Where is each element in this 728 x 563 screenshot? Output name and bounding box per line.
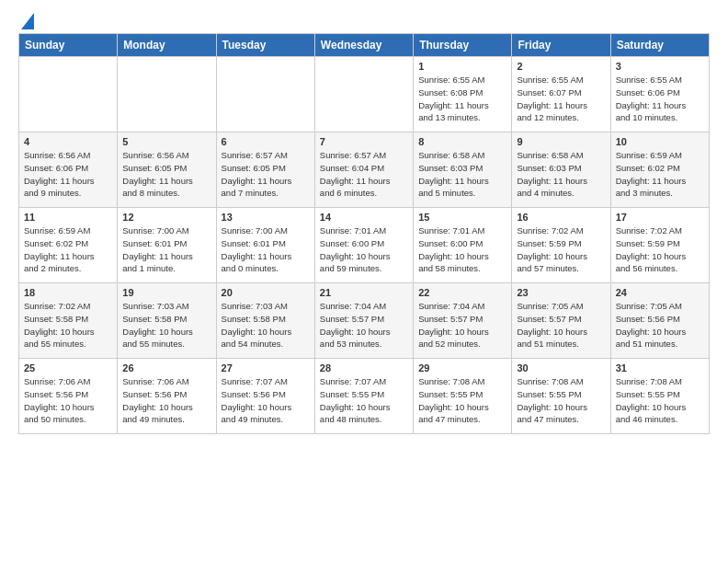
day-cell-29: 29Sunrise: 7:08 AMSunset: 5:55 PMDayligh… bbox=[414, 359, 512, 434]
day-info: Sunrise: 7:00 AMSunset: 6:01 PMDaylight:… bbox=[222, 224, 310, 275]
day-number: 10 bbox=[616, 136, 704, 147]
day-number: 18 bbox=[24, 287, 112, 298]
day-cell-10: 10Sunrise: 6:59 AMSunset: 6:02 PMDayligh… bbox=[610, 132, 709, 208]
day-number: 13 bbox=[222, 212, 310, 223]
logo bbox=[18, 11, 34, 29]
day-cell-19: 19Sunrise: 7:03 AMSunset: 5:58 PMDayligh… bbox=[118, 283, 216, 359]
weekday-thursday: Thursday bbox=[414, 34, 512, 57]
week-row-3: 11Sunrise: 6:59 AMSunset: 6:02 PMDayligh… bbox=[19, 208, 710, 283]
day-cell-4: 4Sunrise: 6:56 AMSunset: 6:06 PMDaylight… bbox=[19, 132, 118, 208]
weekday-sunday: Sunday bbox=[19, 34, 118, 57]
weekday-monday: Monday bbox=[118, 34, 216, 57]
day-info: Sunrise: 6:56 AMSunset: 6:06 PMDaylight:… bbox=[24, 149, 112, 200]
week-row-5: 25Sunrise: 7:06 AMSunset: 5:56 PMDayligh… bbox=[19, 359, 710, 434]
day-info: Sunrise: 7:04 AMSunset: 5:57 PMDaylight:… bbox=[418, 300, 506, 350]
day-cell-8: 8Sunrise: 6:58 AMSunset: 6:03 PMDaylight… bbox=[414, 132, 512, 208]
weekday-saturday: Saturday bbox=[610, 34, 709, 57]
day-info: Sunrise: 6:59 AMSunset: 6:02 PMDaylight:… bbox=[616, 149, 704, 200]
day-number: 1 bbox=[418, 61, 506, 72]
day-cell-2: 2Sunrise: 6:55 AMSunset: 6:07 PMDaylight… bbox=[512, 57, 610, 132]
day-number: 26 bbox=[122, 362, 210, 373]
day-info: Sunrise: 6:55 AMSunset: 6:07 PMDaylight:… bbox=[517, 74, 605, 124]
day-info: Sunrise: 6:59 AMSunset: 6:02 PMDaylight:… bbox=[24, 224, 112, 275]
day-info: Sunrise: 6:57 AMSunset: 6:04 PMDaylight:… bbox=[320, 149, 408, 200]
day-info: Sunrise: 7:08 AMSunset: 5:55 PMDaylight:… bbox=[418, 375, 506, 426]
empty-cell bbox=[314, 57, 413, 132]
day-cell-27: 27Sunrise: 7:07 AMSunset: 5:56 PMDayligh… bbox=[216, 359, 314, 434]
day-cell-6: 6Sunrise: 6:57 AMSunset: 6:05 PMDaylight… bbox=[216, 132, 314, 208]
day-number: 14 bbox=[320, 212, 408, 223]
week-row-4: 18Sunrise: 7:02 AMSunset: 5:58 PMDayligh… bbox=[19, 283, 710, 359]
day-cell-22: 22Sunrise: 7:04 AMSunset: 5:57 PMDayligh… bbox=[414, 283, 512, 359]
day-info: Sunrise: 7:07 AMSunset: 5:56 PMDaylight:… bbox=[222, 375, 310, 426]
day-info: Sunrise: 6:58 AMSunset: 6:03 PMDaylight:… bbox=[517, 149, 605, 200]
day-number: 28 bbox=[320, 362, 408, 373]
day-info: Sunrise: 7:02 AMSunset: 5:59 PMDaylight:… bbox=[517, 224, 605, 275]
day-number: 24 bbox=[616, 287, 704, 298]
day-number: 30 bbox=[517, 362, 605, 373]
day-cell-17: 17Sunrise: 7:02 AMSunset: 5:59 PMDayligh… bbox=[610, 208, 709, 283]
day-info: Sunrise: 7:02 AMSunset: 5:58 PMDaylight:… bbox=[24, 300, 112, 350]
day-info: Sunrise: 7:01 AMSunset: 6:00 PMDaylight:… bbox=[418, 224, 506, 275]
day-number: 23 bbox=[517, 287, 605, 298]
day-number: 9 bbox=[517, 136, 605, 147]
weekday-friday: Friday bbox=[512, 34, 610, 57]
day-cell-21: 21Sunrise: 7:04 AMSunset: 5:57 PMDayligh… bbox=[314, 283, 413, 359]
day-number: 5 bbox=[122, 136, 210, 147]
empty-cell bbox=[118, 57, 216, 132]
page-header bbox=[0, 0, 728, 33]
day-info: Sunrise: 7:06 AMSunset: 5:56 PMDaylight:… bbox=[122, 375, 210, 426]
day-number: 4 bbox=[24, 136, 112, 147]
week-row-1: 1Sunrise: 6:55 AMSunset: 6:08 PMDaylight… bbox=[19, 57, 710, 132]
day-number: 25 bbox=[24, 362, 112, 373]
day-info: Sunrise: 6:58 AMSunset: 6:03 PMDaylight:… bbox=[418, 149, 506, 200]
day-info: Sunrise: 7:07 AMSunset: 5:55 PMDaylight:… bbox=[320, 375, 408, 426]
day-cell-18: 18Sunrise: 7:02 AMSunset: 5:58 PMDayligh… bbox=[19, 283, 118, 359]
week-row-2: 4Sunrise: 6:56 AMSunset: 6:06 PMDaylight… bbox=[19, 132, 710, 208]
day-info: Sunrise: 6:56 AMSunset: 6:05 PMDaylight:… bbox=[122, 149, 210, 200]
day-number: 8 bbox=[418, 136, 506, 147]
logo-triangle-icon bbox=[21, 13, 34, 29]
day-cell-3: 3Sunrise: 6:55 AMSunset: 6:06 PMDaylight… bbox=[610, 57, 709, 132]
empty-cell bbox=[216, 57, 314, 132]
day-cell-25: 25Sunrise: 7:06 AMSunset: 5:56 PMDayligh… bbox=[19, 359, 118, 434]
day-info: Sunrise: 7:05 AMSunset: 5:56 PMDaylight:… bbox=[616, 300, 704, 350]
calendar-container: SundayMondayTuesdayWednesdayThursdayFrid… bbox=[0, 33, 728, 443]
day-cell-20: 20Sunrise: 7:03 AMSunset: 5:58 PMDayligh… bbox=[216, 283, 314, 359]
day-cell-23: 23Sunrise: 7:05 AMSunset: 5:57 PMDayligh… bbox=[512, 283, 610, 359]
day-cell-28: 28Sunrise: 7:07 AMSunset: 5:55 PMDayligh… bbox=[314, 359, 413, 434]
day-cell-30: 30Sunrise: 7:08 AMSunset: 5:55 PMDayligh… bbox=[512, 359, 610, 434]
day-info: Sunrise: 7:00 AMSunset: 6:01 PMDaylight:… bbox=[122, 224, 210, 275]
day-number: 20 bbox=[222, 287, 310, 298]
day-info: Sunrise: 7:01 AMSunset: 6:00 PMDaylight:… bbox=[320, 224, 408, 275]
day-number: 12 bbox=[122, 212, 210, 223]
day-cell-26: 26Sunrise: 7:06 AMSunset: 5:56 PMDayligh… bbox=[118, 359, 216, 434]
day-number: 22 bbox=[418, 287, 506, 298]
day-cell-5: 5Sunrise: 6:56 AMSunset: 6:05 PMDaylight… bbox=[118, 132, 216, 208]
day-number: 3 bbox=[616, 61, 704, 72]
day-info: Sunrise: 7:05 AMSunset: 5:57 PMDaylight:… bbox=[517, 300, 605, 350]
day-cell-1: 1Sunrise: 6:55 AMSunset: 6:08 PMDaylight… bbox=[414, 57, 512, 132]
day-cell-14: 14Sunrise: 7:01 AMSunset: 6:00 PMDayligh… bbox=[314, 208, 413, 283]
day-number: 6 bbox=[222, 136, 310, 147]
day-info: Sunrise: 7:08 AMSunset: 5:55 PMDaylight:… bbox=[517, 375, 605, 426]
day-cell-11: 11Sunrise: 6:59 AMSunset: 6:02 PMDayligh… bbox=[19, 208, 118, 283]
day-info: Sunrise: 7:02 AMSunset: 5:59 PMDaylight:… bbox=[616, 224, 704, 275]
day-number: 21 bbox=[320, 287, 408, 298]
day-cell-16: 16Sunrise: 7:02 AMSunset: 5:59 PMDayligh… bbox=[512, 208, 610, 283]
day-info: Sunrise: 6:55 AMSunset: 6:06 PMDaylight:… bbox=[616, 74, 704, 124]
day-info: Sunrise: 7:03 AMSunset: 5:58 PMDaylight:… bbox=[222, 300, 310, 350]
weekday-wednesday: Wednesday bbox=[314, 34, 413, 57]
day-cell-7: 7Sunrise: 6:57 AMSunset: 6:04 PMDaylight… bbox=[314, 132, 413, 208]
day-info: Sunrise: 7:06 AMSunset: 5:56 PMDaylight:… bbox=[24, 375, 112, 426]
day-number: 31 bbox=[616, 362, 704, 373]
day-number: 29 bbox=[418, 362, 506, 373]
day-cell-12: 12Sunrise: 7:00 AMSunset: 6:01 PMDayligh… bbox=[118, 208, 216, 283]
day-number: 16 bbox=[517, 212, 605, 223]
day-info: Sunrise: 7:08 AMSunset: 5:55 PMDaylight:… bbox=[616, 375, 704, 426]
calendar-table: SundayMondayTuesdayWednesdayThursdayFrid… bbox=[18, 33, 710, 434]
day-number: 2 bbox=[517, 61, 605, 72]
day-info: Sunrise: 7:03 AMSunset: 5:58 PMDaylight:… bbox=[122, 300, 210, 350]
day-number: 15 bbox=[418, 212, 506, 223]
weekday-header-row: SundayMondayTuesdayWednesdayThursdayFrid… bbox=[19, 34, 710, 57]
